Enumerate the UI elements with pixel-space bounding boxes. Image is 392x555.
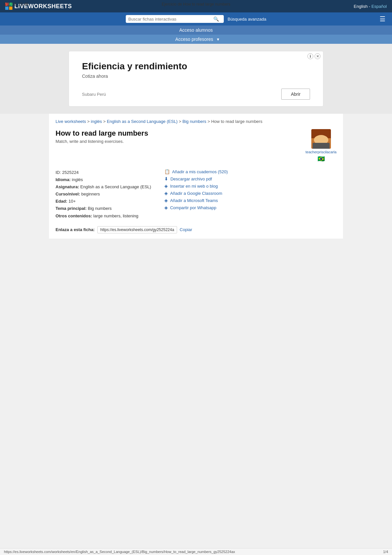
meta-left: ID: 2525224 Idioma: inglés Asignatura: E…: [56, 169, 151, 220]
search-icon: 🔍: [213, 16, 219, 22]
avatar-face: [311, 129, 331, 149]
insert-web-icon: ◈: [164, 183, 168, 189]
main-content: Live worksheets > inglés > English as a …: [49, 114, 343, 239]
link-section-label: Enlaza a esta ficha:: [56, 227, 95, 232]
student-access-link[interactable]: Acceso alumnos: [179, 27, 213, 33]
page-header-left: How to read large numbers Match, write a…: [56, 129, 148, 144]
download-pdf-icon: ⬇: [164, 176, 168, 181]
copy-link-button[interactable]: Copiar: [180, 227, 192, 232]
add-google-link[interactable]: ◈ Añadir a Google Classroom: [164, 191, 228, 196]
ad-subtitle: Cotiza ahora: [82, 74, 310, 79]
nav-links: Acceso alumnos: [0, 25, 392, 35]
add-teams-link[interactable]: ◈ Añadir a Microsoft Teams: [164, 198, 228, 203]
lang-separator: -: [369, 4, 371, 9]
meta-right: 📋 Añadir a mis cuadernos (520) ⬇ Descarg…: [164, 169, 228, 220]
worksheet-idioma: Idioma: inglés: [56, 176, 151, 183]
meta-actions: ID: 2525224 Idioma: inglés Asignatura: E…: [56, 169, 336, 220]
breadcrumb-ingles[interactable]: inglés: [91, 119, 102, 124]
download-pdf-label: Descargar archivo pdf: [171, 177, 212, 181]
ad-info-button[interactable]: ℹ: [307, 53, 313, 59]
share-whatsapp-icon: ◈: [164, 205, 168, 210]
lang-espanol-link[interactable]: Español: [371, 4, 387, 9]
worksheet-curso: Curso/nivel: beginners: [56, 191, 151, 198]
add-notebook-link[interactable]: 📋 Añadir a mis cuadernos (520): [164, 169, 228, 174]
add-notebook-icon: 📋: [164, 169, 170, 174]
ad-brand: Subaru Perú: [82, 92, 106, 97]
search-input-wrap: 🔍: [126, 15, 224, 23]
browser-timestamp: 2/11/22, 21:46: [3, 2, 28, 7]
breadcrumb-live-worksheets[interactable]: Live worksheets: [56, 119, 86, 124]
worksheet-description: Match, write and listening exercises.: [56, 139, 148, 144]
page-header: How to read large numbers Match, write a…: [56, 129, 336, 162]
lang-english: English: [354, 4, 368, 9]
breadcrumb-esl[interactable]: English as a Second Language (ESL): [107, 119, 178, 124]
breadcrumb-sep-2: >: [103, 119, 107, 124]
advanced-search-link[interactable]: Búsqueda avanzada: [228, 17, 267, 22]
teacher-avatar[interactable]: teacherpriscilacarla 🇧🇷: [305, 129, 336, 162]
worksheet-edad: Edad: 10+: [56, 198, 151, 205]
breadcrumb-sep-1: >: [87, 119, 91, 124]
breadcrumb: Live worksheets > inglés > English as a …: [56, 119, 336, 124]
worksheet-id: ID: 2525224: [56, 169, 151, 176]
add-teams-icon: ◈: [164, 198, 168, 203]
ad-cta-button[interactable]: Abrir: [281, 89, 310, 100]
breadcrumb-current: How to read large numbers: [211, 119, 262, 124]
worksheet-asignatura: Asignatura: English as a Second Language…: [56, 183, 151, 191]
add-notebook-label: Añadir a mis cuadernos (520): [172, 169, 228, 174]
ad-banner: ℹ ✕ Eficiencia y rendimiento Cotiza ahor…: [69, 51, 323, 107]
teacher-access-link[interactable]: Acceso profesores: [175, 37, 213, 42]
add-teams-label: Añadir a Microsoft Teams: [170, 198, 218, 203]
add-google-label: Añadir a Google Classroom: [170, 191, 222, 196]
language-switcher: English - Español: [354, 4, 387, 9]
worksheet-otros: Otros contenidos: large numbers, listeni…: [56, 212, 151, 220]
worksheet-tema: Tema principal: Big numbers: [56, 205, 151, 212]
share-whatsapp-link[interactable]: ◈ Compartir por Whatsapp: [164, 205, 228, 210]
browser-page-title: Ejercicio de How to read large numbers: [162, 2, 230, 7]
ad-footer: Subaru Perú Abrir: [82, 89, 310, 100]
worksheet-title: How to read large numbers: [56, 129, 148, 138]
teacher-flag: 🇧🇷: [318, 155, 325, 162]
insert-web-label: Insertar en mi web o blog: [170, 184, 218, 189]
link-section: Enlaza a esta ficha: https://es.livework…: [56, 226, 336, 233]
breadcrumb-sep-3: >: [179, 119, 182, 124]
insert-web-link[interactable]: ◈ Insertar en mi web o blog: [164, 183, 228, 189]
ad-close-button[interactable]: ✕: [315, 53, 320, 59]
teacher-access-arrow: ▾: [217, 37, 219, 42]
ad-controls: ℹ ✕: [307, 53, 320, 59]
search-input[interactable]: [128, 17, 213, 22]
share-whatsapp-label: Compartir por Whatsapp: [170, 205, 217, 210]
add-google-icon: ◈: [164, 191, 168, 196]
hamburger-menu-icon[interactable]: ☰: [380, 15, 385, 23]
breadcrumb-sep-4: >: [207, 119, 211, 124]
search-bar-container: 🔍 Búsqueda avanzada ☰: [0, 12, 392, 25]
teacher-name: teacherpriscilacarla: [305, 150, 336, 154]
nav-links-teacher: Acceso profesores ▾: [0, 35, 392, 44]
avatar-image: [311, 129, 331, 149]
breadcrumb-big-numbers[interactable]: Big numbers: [183, 119, 206, 124]
download-pdf-link[interactable]: ⬇ Descargar archivo pdf: [164, 176, 228, 181]
ad-title: Eficiencia y rendimiento: [82, 61, 310, 72]
avatar-body: [313, 143, 330, 149]
link-box: https://es.liveworksheets.com/gy2525224a: [97, 226, 177, 233]
